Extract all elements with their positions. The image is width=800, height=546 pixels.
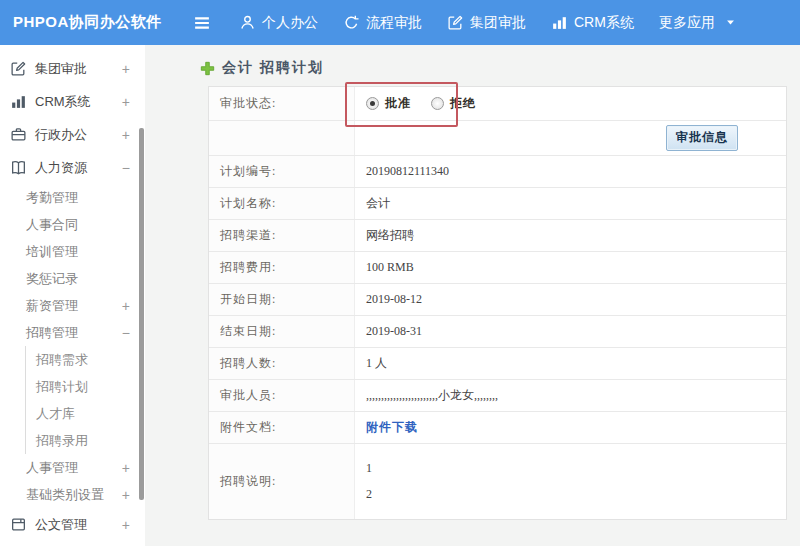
field-row-4: 开始日期:2019-08-12 [209,284,786,316]
field-row-7: 审批人员:,,,,,,,,,,,,,,,,,,,,,,,,小龙女,,,,,,,, [209,380,786,412]
approval-status-row: 审批状态: 批准 拒绝 [209,87,786,121]
field-label: 招聘费用: [209,252,355,283]
sidebar-item-7[interactable]: 奖惩记录 [0,265,145,292]
sidebar-item-4[interactable]: 考勤管理 [0,184,145,211]
field-label: 审批人员: [209,380,355,411]
radio-approve-label[interactable]: 批准 [385,95,411,112]
main-content: 会计 招聘计划 审批状态: 批准 拒绝 审批信息 [145,45,800,546]
empty-label-cell [209,121,355,155]
nav-item-label: 更多应用 [659,14,715,32]
field-value: 20190812111340 [355,156,786,187]
field-row-5: 结束日期:2019-08-31 [209,316,786,348]
app-logo: PHPOA协同办公软件 [0,13,192,32]
field-value: 2019-08-12 [355,284,786,315]
sidebar-item-label: 招聘需求 [36,351,88,369]
sidebar-item-label: 人才库 [36,405,75,423]
sidebar-item-9[interactable]: 招聘管理− [0,319,145,346]
field-label: 结束日期: [209,316,355,347]
sidebar-item-15[interactable]: 基础类别设置+ [0,481,145,508]
sidebar-item-14[interactable]: 人事管理+ [0,454,145,481]
nav-item-2[interactable]: 集团审批 [447,14,526,32]
sidebar-item-5[interactable]: 人事合同 [0,211,145,238]
sidebar: 集团审批+CRM系统+行政办公+人力资源−考勤管理人事合同培训管理奖惩记录薪资管… [0,45,145,546]
sidebar-item-label: 行政办公 [35,126,87,144]
nav-item-0[interactable]: 个人办公 [239,14,318,32]
content-shell: 集团审批+CRM系统+行政办公+人力资源−考勤管理人事合同培训管理奖惩记录薪资管… [0,45,800,546]
field-row-6: 招聘人数:1 人 [209,348,786,380]
approval-info-button[interactable]: 审批信息 [666,125,738,151]
recruit-plan-form: 审批状态: 批准 拒绝 审批信息 计划编号:20190812 [208,86,787,520]
doc-icon [10,516,27,533]
field-row-2: 招聘渠道:网络招聘 [209,220,786,252]
add-plus-icon[interactable] [200,61,215,76]
nav-item-3[interactable]: CRM系统 [551,14,634,32]
nav-item-label: CRM系统 [574,14,634,32]
sidebar-item-label: 人事管理 [26,459,78,477]
approval-radio-group: 批准 拒绝 [366,95,496,112]
field-value: 100 RMB [355,252,786,283]
sidebar-scrollbar-thumb[interactable] [139,128,144,500]
sidebar-item-8[interactable]: 薪资管理+ [0,292,145,319]
sidebar-item-label: CRM系统 [35,93,91,111]
field-label: 开始日期: [209,284,355,315]
sidebar-item-label: 人力资源 [35,159,87,177]
sidebar-item-3[interactable]: 人力资源− [0,151,145,184]
sidebar-item-label: 薪资管理 [26,297,78,315]
nav-item-label: 个人办公 [262,14,318,32]
sidebar-item-10[interactable]: 招聘需求 [25,346,145,373]
radio-reject-label[interactable]: 拒绝 [450,95,476,112]
page-title: 会计 招聘计划 [200,58,800,78]
sidebar-item-11[interactable]: 招聘计划 [25,373,145,400]
field-label: 审批状态: [209,87,355,120]
sidebar-item-label: 招聘录用 [36,432,88,450]
field-label: 招聘人数: [209,348,355,379]
radio-approve[interactable] [366,97,379,110]
field-label: 招聘渠道: [209,220,355,251]
sidebar-item-16[interactable]: 公文管理+ [0,508,145,541]
field-value: 会计 [355,188,786,219]
sidebar-item-0[interactable]: 集团审批+ [0,52,145,85]
sidebar-item-label: 招聘计划 [36,378,88,396]
sidebar-item-label: 考勤管理 [26,189,78,207]
field-value: 1 人 [355,348,786,379]
menu-icon[interactable] [192,13,212,33]
expand-plus-icon[interactable]: + [122,517,145,533]
caret-down-icon [725,17,736,28]
top-bar: PHPOA协同办公软件 个人办公流程审批集团审批CRM系统更多应用 [0,0,800,45]
field-value: 附件下载 [355,412,786,443]
nav-item-label: 集团审批 [470,14,526,32]
page-title-text: 会计 招聘计划 [222,59,324,77]
field-label: 计划编号: [209,156,355,187]
edit-icon [10,60,27,77]
process-icon [343,14,360,31]
field-row-0: 计划编号:20190812111340 [209,156,786,188]
sidebar-item-12[interactable]: 人才库 [25,400,145,427]
field-value: 2019-08-31 [355,316,786,347]
field-value-line: 2 [366,487,372,502]
sidebar-item-2[interactable]: 行政办公+ [0,118,145,151]
nav-item-4[interactable]: 更多应用 [659,14,736,32]
expand-plus-icon[interactable]: + [122,94,145,110]
sidebar-item-label: 公文管理 [35,516,87,534]
user-icon [239,14,256,31]
sidebar-item-label: 招聘管理 [26,324,78,342]
sidebar-item-6[interactable]: 培训管理 [0,238,145,265]
sidebar-item-1[interactable]: CRM系统+ [0,85,145,118]
field-value-line: 1 [366,461,372,476]
radio-reject[interactable] [431,97,444,110]
field-row-3: 招聘费用:100 RMB [209,252,786,284]
sidebar-item-13[interactable]: 招聘录用 [25,427,145,454]
field-label: 招聘说明: [209,444,355,519]
field-label: 计划名称: [209,188,355,219]
nav-item-1[interactable]: 流程审批 [343,14,422,32]
sidebar-item-label: 人事合同 [26,216,78,234]
sidebar-item-label: 培训管理 [26,243,78,261]
field-row-1: 计划名称:会计 [209,188,786,220]
field-value: ,,,,,,,,,,,,,,,,,,,,,,,,小龙女,,,,,,,, [355,380,786,411]
briefcase-icon [10,126,27,143]
sidebar-item-17[interactable]: 用车管理+ [0,541,145,546]
attachment-download-link[interactable]: 附件下载 [366,419,418,436]
field-row-9: 招聘说明:12 [209,444,786,519]
top-navigation: 个人办公流程审批集团审批CRM系统更多应用 [239,14,761,32]
expand-plus-icon[interactable]: + [122,61,145,77]
